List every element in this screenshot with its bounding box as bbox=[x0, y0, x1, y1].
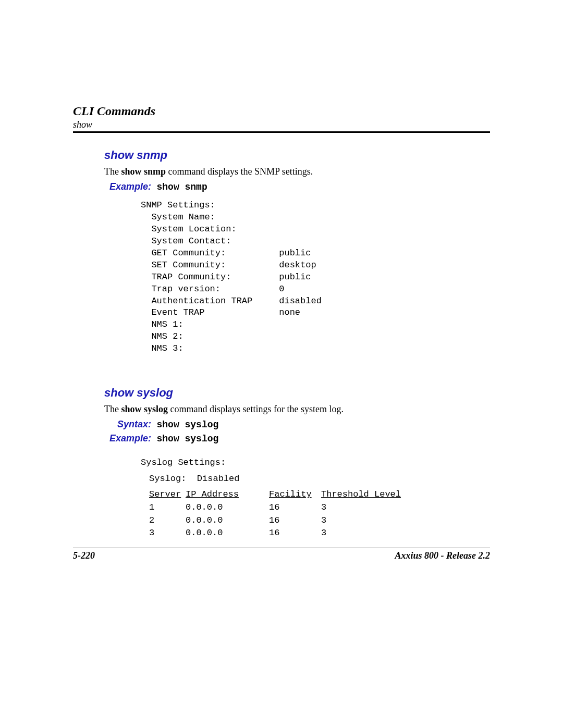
col-header-threshold: Threshold Level bbox=[321, 488, 405, 501]
desc-post: command displays the SNMP settings. bbox=[166, 166, 313, 177]
col-header-server: Server bbox=[149, 488, 186, 501]
desc-pre: The bbox=[104, 166, 121, 177]
syslog-status-row: Syslog: Disabled bbox=[141, 473, 490, 486]
syntax-label: Syntax: bbox=[104, 419, 151, 430]
example-row-snmp: Example: show snmp bbox=[104, 181, 490, 192]
example-row-syslog: Example: show syslog bbox=[104, 433, 490, 444]
example-cmd: show snmp bbox=[157, 182, 207, 192]
cell-server: 3 bbox=[149, 527, 186, 540]
syslog-header-row: ServerIP AddressFacilityThreshold Level bbox=[141, 488, 490, 501]
cell-facility: 16 bbox=[269, 514, 321, 527]
table-row: 20.0.0.0163 bbox=[141, 514, 490, 527]
cell-ip: 0.0.0.0 bbox=[186, 514, 269, 527]
snmp-output: SNMP Settings: System Name: System Locat… bbox=[141, 200, 490, 355]
section2-description: The show syslog command displays setting… bbox=[104, 404, 490, 415]
cell-ip: 0.0.0.0 bbox=[186, 501, 269, 514]
syslog-status-label: Syslog: bbox=[149, 474, 186, 484]
section1-description: The show snmp command displays the SNMP … bbox=[104, 166, 490, 177]
cell-ip: 0.0.0.0 bbox=[186, 527, 269, 540]
desc-pre: The bbox=[104, 404, 121, 414]
example-label: Example: bbox=[104, 433, 151, 444]
example-cmd: show syslog bbox=[157, 434, 219, 444]
cell-threshold: 3 bbox=[321, 501, 405, 514]
desc-post: command displays settings for the system… bbox=[168, 404, 344, 414]
syslog-status-value: Disabled bbox=[197, 474, 240, 484]
syslog-output: Syslog Settings: Syslog: Disabled Server… bbox=[141, 456, 490, 540]
col-header-ip: IP Address bbox=[186, 488, 269, 501]
table-row: 10.0.0.0163 bbox=[141, 501, 490, 514]
syntax-row-syslog: Syntax: show syslog bbox=[104, 419, 490, 430]
section-heading-show-syslog: show syslog bbox=[104, 386, 490, 400]
cell-server: 2 bbox=[149, 514, 186, 527]
cell-facility: 16 bbox=[269, 501, 321, 514]
footer-rule bbox=[73, 548, 490, 548]
cell-facility: 16 bbox=[269, 527, 321, 540]
col-header-facility: Facility bbox=[269, 488, 321, 501]
header-rule bbox=[73, 131, 490, 133]
example-label: Example: bbox=[104, 181, 151, 192]
footer-product: Axxius 800 - Release 2.2 bbox=[395, 550, 491, 561]
desc-cmd: show snmp bbox=[121, 166, 166, 177]
cell-threshold: 3 bbox=[321, 527, 405, 540]
cell-threshold: 3 bbox=[321, 514, 405, 527]
syslog-title: Syslog Settings: bbox=[141, 456, 490, 470]
cell-server: 1 bbox=[149, 501, 186, 514]
footer-page-number: 5-220 bbox=[73, 550, 95, 561]
syntax-cmd: show syslog bbox=[157, 419, 219, 430]
table-row: 30.0.0.0163 bbox=[141, 527, 490, 540]
section-heading-show-snmp: show snmp bbox=[104, 149, 490, 162]
page-header-subtitle: show bbox=[73, 119, 490, 130]
desc-cmd: show syslog bbox=[121, 404, 168, 414]
page-header-title: CLI Commands bbox=[73, 104, 490, 118]
